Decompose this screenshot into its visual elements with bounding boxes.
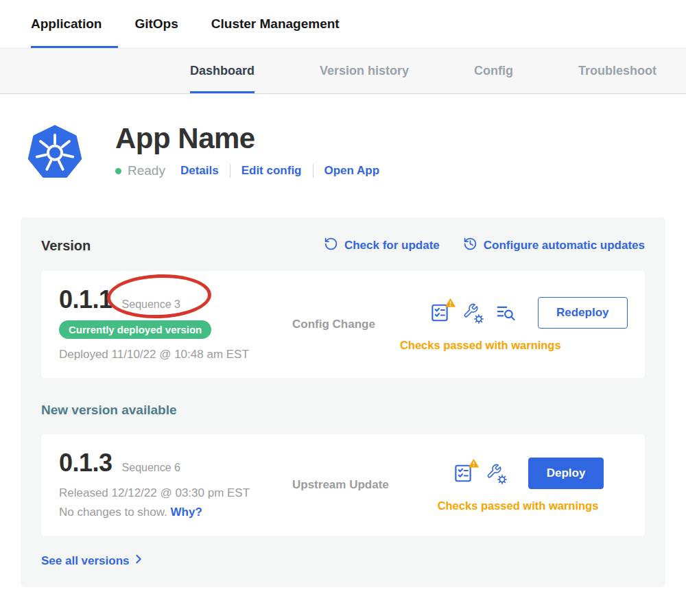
refresh-icon: [324, 237, 338, 254]
chevron-right-icon: [133, 554, 144, 568]
clock-refresh-icon: [463, 237, 477, 254]
new-version-heading: New version available: [41, 403, 645, 418]
tab-config[interactable]: Config: [474, 49, 513, 93]
no-changes-label: No changes to show.: [59, 506, 167, 519]
warning-triangle-icon: [445, 297, 456, 308]
tab-application[interactable]: Application: [31, 0, 102, 48]
icon-group: [429, 303, 516, 323]
version-section: Version Check for update: [21, 217, 665, 587]
checks-status-current: Checks passed with warnings: [400, 339, 561, 352]
preflight-checks-icon[interactable]: [429, 303, 450, 323]
config-wrench-icon[interactable]: [462, 303, 483, 323]
status-badge: Ready: [128, 163, 165, 178]
released-timestamp: Released 12/12/22 @ 03:30 pm EST: [59, 486, 279, 500]
new-version-number: 0.1.3: [59, 451, 113, 475]
action-row: Redeploy: [429, 297, 628, 329]
action-row: Deploy: [453, 458, 604, 489]
app-status-row: Ready Details Edit config Open App: [115, 163, 379, 178]
no-changes-text: No changes to show. Why?: [59, 506, 279, 519]
divider: [313, 164, 314, 178]
icon-group: [453, 463, 506, 484]
current-version-sequence: Sequence 3: [122, 298, 180, 311]
check-for-update-label: Check for update: [344, 239, 440, 252]
details-link[interactable]: Details: [180, 164, 219, 178]
config-wrench-icon[interactable]: [486, 463, 506, 484]
new-version-card: 0.1.3 Sequence 6 Released 12/12/22 @ 03:…: [41, 434, 645, 536]
deployed-timestamp: Deployed 11/10/22 @ 10:48 am EST: [59, 348, 279, 362]
version-actions: Check for update Configure automatic upd…: [324, 237, 645, 254]
warning-triangle-icon: [468, 458, 480, 469]
currently-deployed-badge: Currently deployed version: [59, 320, 211, 339]
check-for-update-link[interactable]: Check for update: [324, 237, 440, 254]
tab-version-history[interactable]: Version history: [320, 49, 409, 93]
configure-automatic-updates-link[interactable]: Configure automatic updates: [463, 237, 645, 254]
current-version-card: 0.1.1 Sequence 3 Currently deployed vers…: [41, 271, 645, 378]
status-dot-icon: [115, 168, 121, 174]
view-diff-icon[interactable]: [495, 303, 516, 323]
tab-troubleshoot[interactable]: Troubleshoot: [578, 49, 657, 93]
kubernetes-logo-icon: [26, 123, 84, 183]
why-link[interactable]: Why?: [171, 506, 202, 519]
tab-cluster-management[interactable]: Cluster Management: [211, 0, 340, 48]
configure-automatic-updates-label: Configure automatic updates: [484, 239, 645, 252]
app-header: App Name Ready Details Edit config Open …: [0, 94, 686, 183]
checks-status-new: Checks passed with warnings: [438, 499, 599, 512]
page-title: App Name: [115, 124, 379, 153]
open-app-link[interactable]: Open App: [324, 164, 380, 178]
primary-nav: Application GitOps Cluster Management: [0, 0, 686, 49]
current-version-source: Config Change: [292, 318, 429, 331]
new-version-source: Upstream Update: [292, 478, 429, 492]
version-heading: Version: [41, 238, 91, 254]
secondary-nav: Dashboard Version history Config Trouble…: [0, 49, 686, 94]
current-version-actions: Redeploy Checks passed with warnings: [429, 297, 628, 352]
current-version-info: 0.1.1 Sequence 3 Currently deployed vers…: [59, 287, 279, 362]
new-version-sequence: Sequence 6: [122, 462, 180, 474]
divider: [230, 164, 230, 178]
preflight-checks-icon[interactable]: [453, 463, 473, 484]
app-header-info: App Name Ready Details Edit config Open …: [115, 123, 379, 183]
see-all-versions-label: See all versions: [41, 554, 130, 568]
version-row: 0.1.3 Sequence 6: [59, 451, 279, 475]
edit-config-link[interactable]: Edit config: [241, 164, 302, 178]
redeploy-button[interactable]: Redeploy: [538, 297, 628, 329]
tab-gitops[interactable]: GitOps: [134, 0, 178, 48]
deploy-button[interactable]: Deploy: [528, 458, 604, 489]
tab-dashboard[interactable]: Dashboard: [190, 49, 255, 93]
version-section-header: Version Check for update: [41, 237, 645, 254]
new-version-info: 0.1.3 Sequence 6 Released 12/12/22 @ 03:…: [59, 451, 279, 519]
version-row: 0.1.1 Sequence 3: [59, 287, 279, 312]
new-version-actions: Deploy Checks passed with warnings: [429, 458, 627, 512]
see-all-versions-link[interactable]: See all versions: [41, 554, 144, 568]
current-version-number: 0.1.1: [59, 287, 113, 312]
